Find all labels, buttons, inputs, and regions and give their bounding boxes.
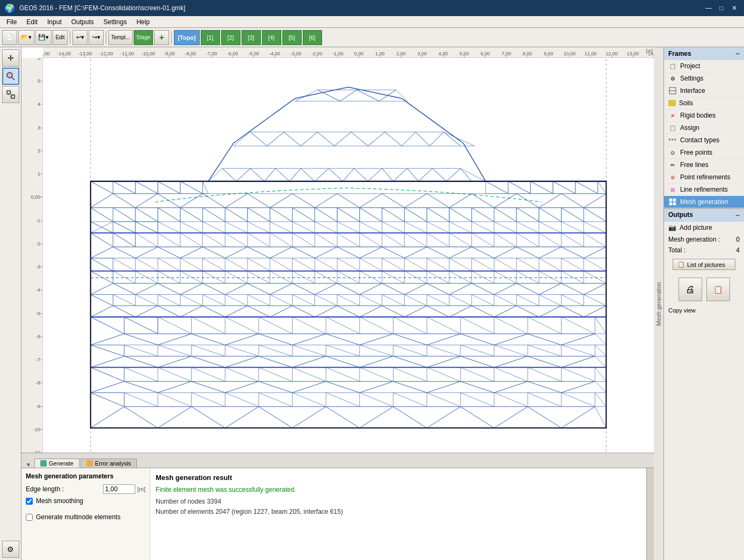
generate-tab-icon [40,460,47,467]
frames-item-line-refinements[interactable]: ⊞ Line refinements [664,184,744,196]
frames-item-rigid-bodies[interactable]: ✕ Rigid bodies [664,110,744,122]
fit-view-tool-button[interactable] [2,86,19,103]
add-picture-item[interactable]: 📷 Add picture [664,222,744,234]
bottom-content: Mesh generation parameters Edge length :… [21,468,654,560]
contact-types-icon [668,136,677,144]
frames-label-line-refinements: Line refinements [680,186,728,193]
mesh-smoothing-checkbox[interactable] [26,498,33,505]
right-panel: Frames − 📋 Project ⚙ Settings Interface … [663,47,744,560]
svg-rect-4 [11,95,14,98]
result-nodes-text: Number of nodes 3394 [156,497,641,507]
template-button[interactable]: Templ... [108,30,133,45]
maximize-button[interactable]: □ [716,3,727,13]
frames-close-button[interactable]: − [735,49,740,58]
frames-item-point-refinements[interactable]: ⊕ Point refinements [664,171,744,184]
mesh-smoothing-row: Mesh smoothing [26,497,145,505]
frames-item-contact-types[interactable]: Contact types [664,134,744,147]
frames-panel: Frames − 📋 Project ⚙ Settings Interface … [664,47,744,209]
frames-label-settings: Settings [680,75,703,82]
free-lines-icon: ✏ [668,161,677,169]
tab-error-label: Error analysis [95,460,131,467]
multinode-checkbox[interactable] [26,514,33,521]
add-picture-icon: 📷 [668,224,676,231]
open-button[interactable]: 📂▾ [18,30,34,45]
frames-label-soils: Soils [679,99,693,107]
frames-item-free-points[interactable]: ⊙ Free points [664,147,744,159]
zoom-plus-button[interactable]: + [154,30,169,45]
stage-3-button[interactable]: [3] [242,30,261,45]
vert-label-text: Mesh generation [655,282,662,326]
canvas-area[interactable]: [m] -15,00-14,00-13,00-12,00-11,00-10,00… [21,47,654,453]
menu-input[interactable]: Input [43,17,66,27]
copy-icon: 📋 [713,285,723,294]
new-button[interactable]: 📄 [2,30,17,45]
move-tool-button[interactable]: ✛ [2,49,19,67]
undo-button[interactable]: ↩▾ [72,30,87,45]
bottom-scrollbar[interactable] [646,468,654,560]
main-layout: ✛ ⚙ [m] -15,00-14,00-13,00-12,00-11,00-1… [0,47,744,560]
copy-view-label-row: Copy view [664,306,744,315]
params-title: Mesh generation parameters [26,472,145,480]
svg-rect-2 [7,74,12,76]
edit-button[interactable]: Edit [53,30,68,45]
panel-collapse-button[interactable]: ▼ [24,462,33,468]
stage-1-button[interactable]: [1] [201,30,220,45]
interface-icon [668,87,677,94]
print-button[interactable]: 🖨 [679,278,702,301]
frames-label-contact-types: Contact types [680,136,719,144]
frames-item-mesh-generation[interactable]: Mesh generation [664,196,744,208]
result-success-text: Finite element mesh was successfully gen… [156,486,641,493]
total-count-row: Total : 4 [664,245,744,256]
edge-length-row: Edge length : [m] [26,484,145,494]
edge-length-input[interactable] [103,484,135,494]
settings-tool-button[interactable]: ⚙ [2,541,19,558]
tab-generate[interactable]: Generate [34,459,79,468]
frames-item-assign[interactable]: 📋 Assign [664,122,744,134]
stage-4-button[interactable]: [4] [262,30,281,45]
list-pictures-container: 📋 List of pictures [664,256,744,273]
total-count-label: Total : [668,246,685,254]
svg-rect-477 [669,202,672,205]
copy-view-button[interactable]: 📋 [706,278,730,301]
mesh-result-panel: Mesh generation result Finite element me… [150,468,646,560]
soils-icon [668,100,676,106]
save-button[interactable]: 💾▾ [35,30,52,45]
stage-2-button[interactable]: [2] [221,30,240,45]
tab-error-analysis[interactable]: Error analysis [81,459,137,468]
redo-button[interactable]: ↪▾ [89,30,104,45]
stage-5-button[interactable]: [5] [282,30,302,45]
frames-item-interface[interactable]: Interface [664,85,744,97]
svg-point-0 [7,72,12,78]
mesh-generation-icon [668,198,677,206]
frames-item-project[interactable]: 📋 Project [664,60,744,72]
error-tab-icon [86,460,93,467]
frames-item-settings[interactable]: ⚙ Settings [664,72,744,85]
mesh-canvas[interactable] [43,58,654,453]
stage-6-button[interactable]: [6] [303,30,322,45]
menu-settings[interactable]: Settings [99,17,131,27]
svg-rect-3 [7,91,10,94]
menu-outputs[interactable]: Outputs [67,17,98,27]
ruler-top: [m] -15,00-14,00-13,00-12,00-11,00-10,00… [43,47,654,58]
mesh-smoothing-label: Mesh smoothing [36,497,83,505]
menu-file[interactable]: File [2,17,21,27]
menu-help[interactable]: Help [132,17,154,27]
frames-label-mesh-generation: Mesh generation [680,198,728,206]
frames-label-assign: Assign [680,124,699,132]
list-pictures-button[interactable]: 📋 List of pictures [673,259,735,270]
frames-item-free-lines[interactable]: ✏ Free lines [664,159,744,171]
topo-button[interactable]: [Topo] [174,30,199,45]
frames-item-soils[interactable]: Soils [664,97,744,110]
svg-line-1 [12,77,14,80]
multinode-row: Generate multinode elements [26,513,145,521]
menu-edit[interactable]: Edit [22,17,42,27]
minimize-button[interactable]: — [703,3,714,13]
zoom-window-tool-button[interactable] [2,68,19,85]
outputs-close-button[interactable]: − [735,211,740,220]
frames-title: Frames [668,50,691,57]
close-button[interactable]: ✕ [729,3,740,13]
window-title: GEO5 2016 - FEM [C:\FEM-Consolidation\sc… [19,4,185,12]
frames-label-point-refinements: Point refinements [680,173,730,181]
stage-button[interactable]: Stage [134,30,153,45]
menu-bar: File Edit Input Outputs Settings Help [0,16,744,28]
